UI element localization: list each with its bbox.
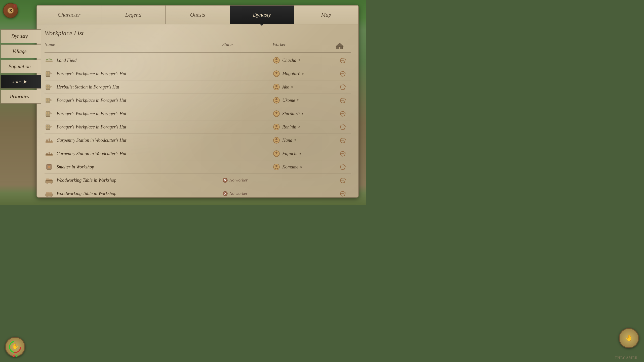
- svg-rect-27: [48, 87, 49, 88]
- svg-rect-17: [48, 73, 49, 74]
- cell-worker: Ako ♀: [273, 83, 336, 91]
- main-panel: Character Legend Quests Dynasty Map Dyna…: [36, 5, 359, 198]
- cell-name: Forager's Workplace in Forager's Hut: [45, 69, 222, 78]
- status-no-worker: No worker: [222, 177, 248, 183]
- svg-rect-14: [46, 72, 47, 73]
- table-row: Herbalist Station in Forager's Hut Ako ♀: [45, 80, 351, 94]
- svg-rect-94: [47, 183, 48, 184]
- cell-worker: Shirōtarō ♂: [273, 110, 336, 117]
- svg-point-30: [275, 85, 277, 87]
- svg-point-82: [47, 164, 51, 165]
- svg-rect-44: [46, 112, 47, 113]
- cell-worker: Ron'nin ♂: [273, 123, 336, 131]
- svg-rect-15: [48, 72, 49, 73]
- cell-status: No worker: [222, 177, 273, 183]
- svg-rect-16: [46, 73, 47, 74]
- assign-worker-icon[interactable]: [340, 150, 347, 157]
- col-worker-header: Worker: [273, 42, 336, 50]
- assign-worker-icon[interactable]: [340, 57, 347, 64]
- worker-portrait-icon: [273, 83, 280, 91]
- table-header: Name Status Worker: [45, 41, 351, 53]
- table-row: Smelter in Workshop Komame ♀: [45, 160, 351, 174]
- svg-rect-45: [48, 112, 49, 113]
- cell-worker: Ukome ♀: [273, 97, 336, 104]
- workplace-type-icon: [45, 176, 54, 185]
- cell-name: Smelter in Workshop: [45, 162, 222, 171]
- workplace-name: Carpentry Station in Woodcutter's Hut: [57, 138, 126, 143]
- worker-name: Hana ♀: [282, 138, 297, 143]
- assign-worker-icon[interactable]: [340, 177, 347, 184]
- sidebar-item-priorities[interactable]: Priorities: [1, 90, 41, 104]
- svg-rect-37: [48, 100, 49, 101]
- svg-point-20: [275, 72, 277, 74]
- cell-action[interactable]: [336, 150, 351, 157]
- svg-rect-57: [48, 127, 49, 128]
- sidebar-item-jobs[interactable]: Jobs ▶: [1, 75, 41, 88]
- svg-point-69: [275, 138, 277, 140]
- assign-worker-icon[interactable]: [340, 190, 347, 197]
- tab-legend[interactable]: Legend: [101, 6, 166, 24]
- assign-worker-icon[interactable]: [340, 97, 347, 104]
- tab-map[interactable]: Map: [294, 6, 358, 24]
- cell-worker: Komame ♀: [273, 163, 336, 171]
- cell-status: No worker: [222, 191, 273, 196]
- col-name-header: Name: [45, 42, 222, 50]
- cell-worker: Chacha ♀: [273, 57, 336, 64]
- cell-name: Forager's Workplace in Forager's Hut: [45, 109, 222, 118]
- workplace-name: Woodworking Table in Workshop: [57, 191, 116, 196]
- corner-icon[interactable]: ⚒ 1: [3, 3, 18, 18]
- cell-action[interactable]: [336, 177, 351, 184]
- svg-rect-73: [46, 153, 48, 155]
- assign-worker-icon[interactable]: [340, 110, 347, 117]
- cell-action[interactable]: [336, 70, 351, 77]
- corner-badge: 1: [13, 4, 17, 9]
- cell-name: Carpentry Station in Woodcutter's Hut: [45, 149, 222, 158]
- tab-quests[interactable]: Quests: [166, 6, 230, 24]
- workplace-type-icon: [45, 109, 54, 118]
- assign-worker-icon[interactable]: [340, 137, 347, 144]
- worker-portrait-icon: [273, 137, 280, 144]
- cell-action[interactable]: [336, 83, 351, 90]
- worker-name: Shirōtarō ♂: [282, 111, 304, 116]
- assign-worker-icon[interactable]: [340, 83, 347, 90]
- sidebar-item-village[interactable]: Village: [1, 44, 41, 58]
- table-row: Carpentry Station in Woodcutter's Hut Ha…: [45, 134, 351, 147]
- svg-rect-5: [46, 61, 53, 62]
- svg-rect-46: [46, 113, 47, 114]
- assign-worker-icon[interactable]: [340, 163, 347, 170]
- section-title: Workplace List: [45, 29, 351, 37]
- tab-dynasty[interactable]: Dynasty: [230, 6, 294, 24]
- cell-name: Herbalist Station in Forager's Hut: [45, 82, 222, 92]
- cell-worker: Fujiuchi ♂: [273, 150, 336, 157]
- cell-action[interactable]: [336, 97, 351, 104]
- cell-name: Woodworking Table in Workshop: [45, 189, 222, 197]
- sidebar-item-population[interactable]: Population: [1, 60, 41, 73]
- cell-action[interactable]: [336, 163, 351, 170]
- cell-name: Forager's Workplace in Forager's Hut: [45, 96, 222, 105]
- svg-point-87: [275, 165, 277, 167]
- cell-name: Woodworking Table in Workshop: [45, 176, 222, 185]
- svg-rect-24: [46, 85, 47, 86]
- cell-action[interactable]: [336, 110, 351, 117]
- cell-name: Land Field: [45, 56, 222, 65]
- cell-name: Forager's Workplace in Forager's Hut: [45, 122, 222, 131]
- svg-point-10: [275, 58, 277, 60]
- assign-worker-icon[interactable]: [340, 123, 347, 130]
- assign-worker-icon[interactable]: [340, 70, 347, 77]
- svg-rect-54: [46, 125, 47, 126]
- workplace-name: Forager's Workplace in Forager's Hut: [57, 71, 126, 76]
- cell-action[interactable]: [336, 190, 351, 197]
- svg-rect-56: [46, 127, 47, 128]
- sidebar-item-dynasty[interactable]: Dynasty: [1, 29, 41, 43]
- tab-character[interactable]: Character: [37, 6, 101, 24]
- cell-action[interactable]: [336, 57, 351, 64]
- worker-portrait-icon: [273, 150, 280, 157]
- status-no-worker: No worker: [222, 191, 248, 196]
- svg-rect-4: [339, 47, 340, 49]
- workplace-name: Woodworking Table in Workshop: [57, 178, 116, 183]
- cell-action[interactable]: [336, 123, 351, 130]
- workplace-type-icon: [45, 82, 54, 92]
- svg-text:⚒: ⚒: [9, 9, 12, 13]
- cell-action[interactable]: [336, 137, 351, 144]
- workplace-name: Forager's Workplace in Forager's Hut: [57, 111, 126, 116]
